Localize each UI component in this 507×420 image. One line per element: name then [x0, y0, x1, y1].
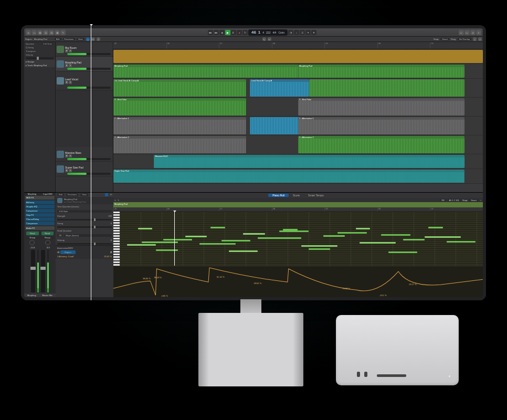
browser-icon[interactable]: ▣	[55, 30, 60, 35]
midi-note[interactable]	[243, 233, 265, 235]
quantize-value[interactable]: 1/16 Note	[41, 43, 54, 45]
piano-keys[interactable]	[113, 212, 120, 266]
editor-playhead[interactable]	[174, 212, 175, 266]
region[interactable]: 2 - Alternative 1	[113, 117, 246, 134]
region[interactable]	[113, 50, 483, 63]
media-icon[interactable]: ◎	[470, 30, 476, 35]
instrument-icon[interactable]	[57, 46, 64, 53]
midi-note[interactable]	[221, 240, 250, 242]
region[interactable]: Super Saw Pad	[113, 170, 464, 183]
track-lane[interactable]: Morphing PadMorphing Pad	[113, 64, 483, 79]
auto-link-icon[interactable]: ⇄	[110, 251, 112, 254]
editor-velocity-slider[interactable]	[57, 243, 112, 245]
auto-param[interactable]: 1 Alchemy: Cutoff	[57, 255, 73, 258]
region[interactable]: Massive B-02	[154, 155, 464, 168]
region[interactable]: Lead Vocal A: Comp A	[250, 79, 309, 97]
drag-value[interactable]: No Overlap	[458, 38, 471, 40]
pan-knob[interactable]	[29, 240, 35, 245]
midi-fx-slot[interactable]: MIDI FX	[25, 196, 55, 200]
midi-note[interactable]	[356, 228, 371, 229]
pencil-icon[interactable]: ✎	[60, 30, 66, 35]
midi-note[interactable]	[381, 234, 410, 236]
mixer-icon[interactable]: ▤	[43, 30, 48, 35]
editor-view-menu[interactable]: View	[80, 193, 88, 196]
instrument-icon[interactable]	[57, 165, 64, 173]
master-fader[interactable]	[41, 250, 45, 292]
functions-menu[interactable]: Functions	[63, 38, 75, 40]
zoom-vert-icon[interactable]: ↕	[473, 37, 477, 41]
track-header[interactable]: Lead Vocal MS	[56, 71, 113, 90]
automation-read-button-2[interactable]: Read	[41, 232, 54, 235]
midi-note[interactable]	[138, 228, 153, 229]
volume-slider[interactable]	[67, 87, 111, 89]
stop-button[interactable]: ■	[219, 30, 225, 35]
editor-zoom-icon[interactable]: ↔	[480, 199, 482, 202]
pause-button[interactable]: ⏸	[231, 30, 236, 35]
cycle-button[interactable]: ↻	[242, 30, 248, 35]
region[interactable]: 1 - Alternative 2	[113, 136, 246, 153]
rewind-button[interactable]: ⏮	[208, 30, 213, 35]
track-header[interactable]: Big Room MS	[56, 42, 113, 57]
volume-slider[interactable]	[67, 53, 111, 55]
region[interactable]	[309, 79, 464, 97]
track-header[interactable]: Super Saw Pad MS	[56, 162, 113, 176]
midi-note[interactable]	[309, 248, 331, 250]
plugin-slot[interactable]: Chorus/Delay	[25, 217, 55, 221]
inspector-icon[interactable]: ▭	[31, 30, 37, 35]
zoom-horiz-icon[interactable]: ↔	[478, 37, 482, 41]
midi-note[interactable]	[199, 243, 236, 245]
region[interactable]: Morphing Pad	[298, 65, 464, 78]
tq-value[interactable]: 1/16 Note	[57, 210, 112, 213]
strip-tab-2[interactable]: Input MID	[40, 193, 56, 195]
track-header[interactable]: ▸ Track: Morphing Pad	[24, 64, 55, 67]
automation-read-button[interactable]: Read	[26, 232, 39, 235]
midi-note[interactable]	[388, 251, 417, 253]
plugin-slot[interactable]: Alchemy	[25, 201, 55, 204]
flex-icon[interactable]: ⤢	[97, 37, 100, 41]
track-header[interactable]: Morphing Pad MS	[56, 57, 113, 71]
track-header[interactable]: Massive Bass MS	[56, 147, 113, 162]
group-slot[interactable]: Group	[25, 236, 40, 239]
solo-icon[interactable]: ✦	[305, 30, 311, 35]
midi-note[interactable]	[127, 244, 156, 246]
editor-default[interactable]: A5 1 2 101	[448, 199, 461, 202]
strength-slider[interactable]	[57, 219, 112, 220]
plugin-slot[interactable]: Graphic EQ	[25, 205, 55, 208]
editor-tool-icon[interactable]: ⟳	[110, 193, 112, 196]
midi-note[interactable]	[279, 230, 308, 232]
solo-button[interactable]: S	[69, 49, 72, 52]
track-lane[interactable]: 3 - Best Take2 - Best Take	[113, 98, 483, 117]
track-lane[interactable]: Super Saw Pad	[113, 169, 483, 184]
volume-slider[interactable]	[67, 173, 111, 175]
list-editor-icon[interactable]: ≡	[476, 30, 481, 35]
volume-slider[interactable]	[67, 68, 111, 70]
midi-note[interactable]	[323, 235, 345, 237]
solo-button[interactable]: S	[69, 64, 72, 67]
auto-mode[interactable]: Region	[60, 250, 76, 254]
tab-piano-roll[interactable]: Piano Roll	[268, 194, 289, 197]
note-grid[interactable]	[120, 212, 483, 266]
track-lane[interactable]: 1 - Alternative 21 - Alternative 2	[113, 135, 483, 154]
editor-edit-menu[interactable]: Edit	[57, 193, 64, 196]
tab-score[interactable]: Score	[289, 194, 304, 197]
pan-knob-2[interactable]	[45, 240, 50, 245]
velocity-slider[interactable]	[26, 57, 54, 59]
snap-value[interactable]: Smart	[440, 38, 449, 40]
track-lane[interactable]	[113, 49, 483, 64]
editor-functions-menu[interactable]: Functions	[66, 193, 78, 196]
solo-button[interactable]: S	[69, 154, 72, 158]
midi-note[interactable]	[447, 241, 476, 243]
marquee-tool-icon[interactable]: ✂	[268, 37, 271, 41]
midi-note[interactable]	[360, 242, 396, 244]
sq-scale[interactable]: Major (Ionian)	[64, 234, 112, 237]
mute-button[interactable]: M	[65, 49, 68, 52]
metronome-icon[interactable]: ◔	[288, 30, 293, 35]
editor-off[interactable]: Off	[440, 199, 446, 202]
region[interactable]: 3 - Best Take	[113, 98, 246, 116]
notes-icon[interactable]: ▭	[459, 30, 464, 35]
region[interactable]: Morphing Pad	[113, 65, 298, 78]
group-slot-2[interactable]: Group	[40, 236, 55, 239]
catch-icon[interactable]: ▭	[86, 37, 90, 41]
pointer-tool-icon[interactable]: ↖	[262, 37, 266, 41]
editor-snap-value[interactable]: Smart	[469, 199, 478, 202]
